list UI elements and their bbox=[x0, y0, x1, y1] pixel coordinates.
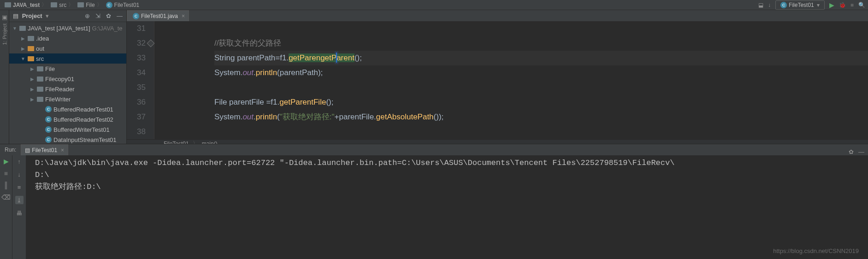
target-icon[interactable]: ⊕ bbox=[85, 12, 90, 19]
gear-icon[interactable]: ✿ bbox=[106, 12, 111, 19]
tree-row-filewriter[interactable]: ▶FileWriter bbox=[9, 94, 126, 104]
up-icon[interactable]: ↑ bbox=[15, 157, 24, 165]
class-icon: C bbox=[133, 13, 139, 19]
tree-row-filecopy01[interactable]: ▶Filecopy01 bbox=[9, 74, 126, 84]
arrow-icon[interactable]: ▼ bbox=[20, 56, 26, 61]
debug-button[interactable]: 🐞 bbox=[839, 2, 846, 8]
tree-label: Filecopy01 bbox=[45, 76, 74, 82]
arrow-icon[interactable]: ▶ bbox=[30, 66, 35, 71]
project-panel: ▤ Project ▾ ⊕ ⇲ ✿ — ▼JAVA_test [JAVA_tes… bbox=[9, 10, 127, 144]
tree-row-bufferedreadertest02[interactable]: CBufferedReaderTest02 bbox=[9, 114, 126, 124]
line-number[interactable]: 31 bbox=[127, 21, 146, 36]
code-line[interactable]: //获取文件的父路径 bbox=[214, 36, 868, 51]
class-icon: C bbox=[106, 2, 112, 8]
tree-label: out bbox=[36, 45, 44, 52]
pause-button[interactable]: ║ bbox=[2, 181, 10, 189]
tree-label: JAVA_test [JAVA_test1] bbox=[28, 25, 90, 32]
nav-right-controls: ⬓ ↓ C FileTest01 ▾ ▶ 🐞 ■ 🔍 bbox=[758, 0, 865, 10]
arrow-icon[interactable]: ▶ bbox=[30, 87, 35, 92]
stop-button[interactable]: ■ bbox=[850, 2, 854, 8]
class-icon: C bbox=[45, 126, 52, 133]
arrow-icon[interactable]: ▼ bbox=[12, 26, 18, 31]
run-tab[interactable]: ▤ FileTest01 × bbox=[21, 144, 68, 155]
watermark: https://blog.csdn.net/CSNN2019 bbox=[773, 247, 859, 254]
project-view-selector[interactable]: ▤ Project ▾ bbox=[13, 12, 49, 19]
tree-row-bufferedreadertest01[interactable]: CBufferedReaderTest01 bbox=[9, 104, 126, 114]
run-config-selector[interactable]: C FileTest01 ▾ bbox=[775, 0, 825, 10]
collapse-icon[interactable]: ⇲ bbox=[95, 12, 100, 19]
code-line[interactable]: String parentPath=f1.getParengetParent()… bbox=[214, 51, 868, 65]
tree-row-filereader[interactable]: ▶FileReader bbox=[9, 84, 126, 94]
hide-panel-icon[interactable]: — bbox=[117, 12, 123, 19]
code-line[interactable] bbox=[214, 124, 868, 139]
line-number[interactable]: 34 bbox=[127, 65, 146, 80]
breadcrumb-project[interactable]: JAVA_test bbox=[3, 2, 40, 8]
code-line[interactable] bbox=[214, 21, 868, 36]
tree-label: FileReader bbox=[45, 86, 75, 93]
tree-row-src[interactable]: ▼src bbox=[9, 53, 126, 64]
folder-icon bbox=[28, 56, 34, 61]
code-line[interactable]: System.out.println("获取绝对路径:"+parentFile.… bbox=[214, 110, 868, 124]
tree-row-out[interactable]: ▶out bbox=[9, 43, 126, 53]
class-icon: C bbox=[45, 106, 52, 112]
tree-label: FileWriter bbox=[45, 96, 71, 103]
editor-tab[interactable]: C FileTest01.java × bbox=[127, 10, 189, 21]
close-run-tab-icon[interactable]: × bbox=[61, 147, 64, 153]
tree-row-file[interactable]: ▶File bbox=[9, 64, 126, 74]
folder-icon bbox=[37, 66, 43, 71]
line-number[interactable]: 37 bbox=[127, 110, 146, 124]
breadcrumb-dir[interactable]: File bbox=[76, 2, 94, 8]
close-tab-icon[interactable]: × bbox=[182, 13, 185, 19]
run-gear-icon[interactable]: ✿ bbox=[849, 148, 854, 155]
folder-icon bbox=[37, 87, 43, 92]
down-icon[interactable]: ↓ bbox=[15, 170, 24, 178]
stop-run-button[interactable]: ■ bbox=[2, 169, 10, 177]
tree-label: DataInputStreamTest01 bbox=[53, 136, 117, 143]
search-icon[interactable]: 🔍 bbox=[858, 2, 865, 8]
tree-row-datainputstreamtest01[interactable]: CDataInputStreamTest01 bbox=[9, 135, 126, 144]
console-output[interactable]: D:\Java\jdk\bin\java.exe -Didea.launcher… bbox=[26, 155, 868, 259]
folder-icon bbox=[51, 2, 57, 7]
tree-label: File bbox=[45, 65, 55, 72]
line-number[interactable]: 38 bbox=[127, 124, 146, 139]
arrow-icon[interactable]: ▶ bbox=[20, 36, 26, 41]
line-number[interactable]: 35 bbox=[127, 80, 146, 95]
tree-label: BufferedReaderTest02 bbox=[53, 116, 113, 123]
sync-icon[interactable]: ↓ bbox=[768, 2, 771, 8]
line-number[interactable]: 32 bbox=[127, 36, 146, 51]
arrow-icon[interactable]: ▶ bbox=[20, 46, 26, 51]
arrow-icon[interactable]: ▶ bbox=[30, 77, 35, 82]
arrow-icon[interactable]: ▶ bbox=[30, 97, 35, 102]
soft-wrap-icon[interactable]: ≡ bbox=[15, 183, 24, 191]
breadcrumb-src[interactable]: src bbox=[49, 2, 66, 8]
code-editor[interactable]: 3132333435363738 //获取文件的父路径String parent… bbox=[127, 21, 868, 139]
code-line[interactable]: File parentFile =f1.getParentFile(); bbox=[214, 95, 868, 110]
print-icon[interactable]: 🖶 bbox=[15, 209, 24, 217]
run-hide-icon[interactable]: — bbox=[858, 148, 864, 155]
line-number[interactable]: 36 bbox=[127, 95, 146, 110]
build-icon[interactable]: ⬓ bbox=[758, 2, 763, 8]
run-controls-left: ▶ ■ ║ ⌫ bbox=[0, 155, 12, 259]
project-toolwindow-button[interactable]: 1: Project bbox=[2, 24, 7, 45]
code-line[interactable]: System.out.println(parentPath); bbox=[214, 65, 868, 80]
folder-icon bbox=[77, 2, 84, 7]
breadcrumb-sep: 〉 bbox=[97, 1, 102, 9]
scroll-end-icon[interactable]: ⤓ bbox=[15, 196, 24, 204]
breadcrumb-file[interactable]: C FileTest01 bbox=[104, 2, 140, 8]
rerun-button[interactable]: ▶ bbox=[2, 157, 10, 165]
breadcrumb-sep: 〉 bbox=[68, 1, 74, 9]
code-line[interactable] bbox=[214, 80, 868, 95]
run-button[interactable]: ▶ bbox=[829, 1, 834, 9]
fold-marker-icon[interactable] bbox=[147, 40, 155, 47]
folder-icon bbox=[5, 2, 11, 7]
run-toolwindow: Run: ▤ FileTest01 × ✿ — ▶ ■ ║ ⌫ ↑ ↓ ≡ ⤓ … bbox=[0, 144, 868, 259]
folder-icon bbox=[19, 26, 26, 31]
tree-row-java-test-java-test1-[interactable]: ▼JAVA_test [JAVA_test1] G:\JAVA_te bbox=[9, 23, 126, 33]
exit-button[interactable]: ⌫ bbox=[2, 193, 10, 201]
toolstrip-toggle[interactable]: ▣ bbox=[2, 14, 7, 21]
editor-tab-label: FileTest01.java bbox=[141, 13, 178, 19]
tree-row-bufferedwritertest01[interactable]: CBufferedWriterTest01 bbox=[9, 124, 126, 135]
nav-breadcrumbs: JAVA_test 〉 src 〉 File 〉 C FileTest01 ⬓ … bbox=[0, 0, 868, 10]
tree-row--idea[interactable]: ▶.idea bbox=[9, 33, 126, 43]
line-number[interactable]: 33 bbox=[127, 51, 146, 65]
